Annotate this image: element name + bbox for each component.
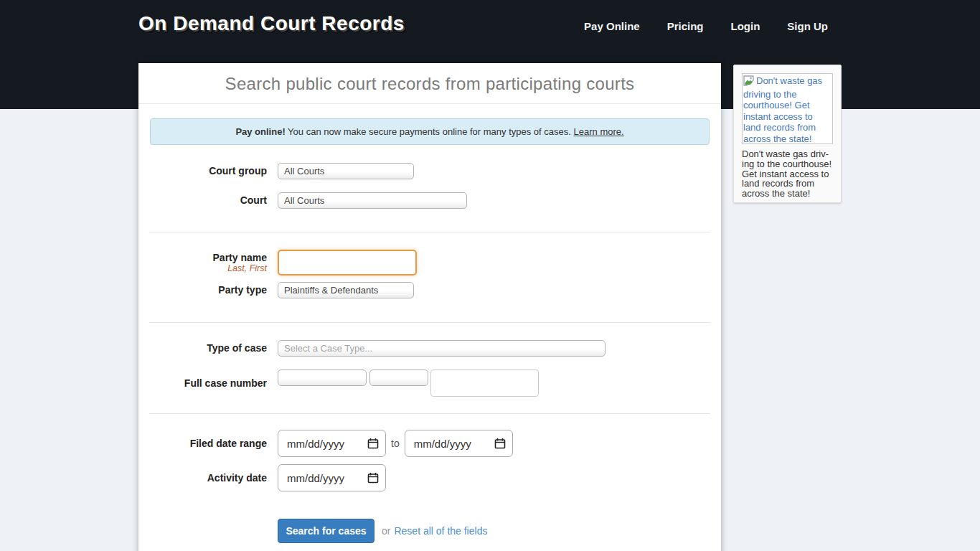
case-number-input[interactable]: [430, 369, 539, 397]
divider: [149, 232, 710, 232]
divider: [149, 413, 710, 414]
activity-date-label: Activity date: [138, 472, 267, 484]
filed-date-label: Filed date range: [138, 438, 267, 449]
ad-caption: Don't waste gas driv­ing to the courthou…: [742, 149, 833, 199]
filed-date-to-input[interactable]: mm/dd/yyyy: [405, 430, 513, 457]
court-select[interactable]: All Courts: [278, 192, 467, 209]
party-name-row: Party name Last, First: [138, 250, 721, 276]
nav-sign-up[interactable]: Sign Up: [787, 20, 828, 32]
calendar-icon[interactable]: [494, 438, 506, 449]
court-label: Court: [138, 194, 267, 206]
pay-online-banner: Pay online! You can now make secure paym…: [150, 118, 710, 145]
court-group-label: Court group: [138, 165, 267, 176]
learn-more-link[interactable]: Learn more.: [574, 126, 624, 137]
nav-login[interactable]: Login: [731, 20, 760, 32]
filed-date-row: Filed date range mm/dd/yyyy to mm/dd/yyy…: [138, 430, 721, 457]
banner-bold-text: Pay online!: [235, 126, 285, 137]
case-number-type-select[interactable]: [369, 369, 428, 386]
date-placeholder: mm/dd/yyyy: [287, 472, 344, 484]
or-text: or: [382, 525, 390, 537]
party-type-row: Party type Plaintiffs & Defendants: [138, 282, 721, 298]
divider: [149, 322, 710, 323]
sidebar-ad-card: Don't waste gas driving to the courthous…: [733, 65, 842, 203]
date-placeholder: mm/dd/yyyy: [414, 438, 471, 450]
party-name-hint: Last, First: [138, 263, 267, 273]
page-title: Search public court records from partici…: [138, 63, 721, 104]
date-placeholder: mm/dd/yyyy: [287, 438, 344, 450]
activity-date-input[interactable]: mm/dd/yyyy: [278, 464, 386, 491]
party-name-label: Party name Last, First: [138, 252, 267, 273]
nav-pricing[interactable]: Pricing: [667, 20, 704, 32]
site-title: On Demand Court Records: [138, 12, 405, 35]
case-type-label: Type of case: [138, 342, 267, 354]
actions-row: Search for cases or Reset all of the fie…: [138, 519, 721, 543]
land-records-ad-link[interactable]: Don't waste gas driving to the courthous…: [742, 73, 833, 144]
case-number-court-select[interactable]: [278, 369, 367, 386]
party-type-select[interactable]: Plaintiffs & Defendants: [278, 282, 414, 298]
nav-pay-online[interactable]: Pay Online: [584, 20, 640, 32]
court-group-select[interactable]: All Courts: [278, 163, 414, 179]
filed-date-from-input[interactable]: mm/dd/yyyy: [278, 430, 386, 457]
banner-text: You can now make secure payments online …: [286, 126, 574, 137]
search-panel: Search public court records from partici…: [138, 63, 721, 551]
party-name-input[interactable]: [278, 250, 417, 276]
calendar-icon[interactable]: [367, 472, 379, 484]
activity-date-row: Activity date mm/dd/yyyy: [138, 464, 721, 491]
case-number-row: Full case number: [138, 369, 721, 397]
date-range-separator: to: [391, 438, 400, 449]
case-type-row: Type of case Select a Case Type...: [138, 340, 721, 357]
case-type-select[interactable]: Select a Case Type...: [278, 340, 606, 357]
court-row: Court All Courts: [138, 192, 721, 209]
party-type-label: Party type: [138, 284, 267, 296]
calendar-icon[interactable]: [367, 438, 379, 449]
search-for-cases-button[interactable]: Search for cases: [278, 519, 374, 543]
top-navigation: Pay Online Pricing Login Sign Up: [584, 20, 828, 32]
broken-image-icon: [743, 75, 755, 89]
court-group-row: Court group All Courts: [138, 163, 721, 179]
case-number-label: Full case number: [138, 369, 267, 389]
reset-fields-link[interactable]: Reset all of the fields: [394, 525, 487, 537]
